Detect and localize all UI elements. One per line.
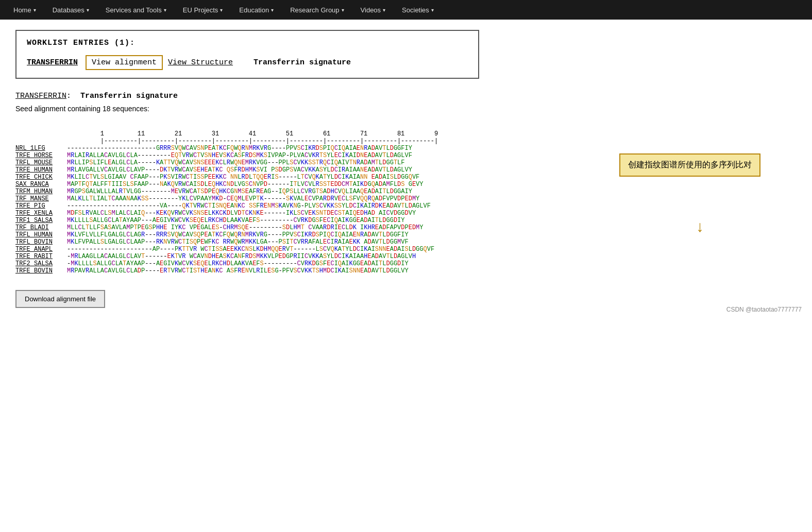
seq-name-label: TRF1 SALSA	[15, 217, 67, 224]
nav-research-group[interactable]: Research Group ▾	[282, 0, 352, 20]
navbar: Home ▾ Databases ▾ Services and Tools ▾ …	[0, 0, 812, 20]
table-row: TRFE ANAPL-----------------------AP----P…	[15, 246, 797, 253]
seq-name-label: TRFE RABIT	[15, 253, 67, 260]
entry-title: TRANSFERRIN: Transferrin signature	[15, 92, 797, 100]
seq-name-label: TRFL HUMAN	[15, 231, 67, 238]
videos-arrow-icon: ▾	[383, 7, 385, 13]
signature-label: Transferrin signature	[80, 92, 178, 100]
seq-data: MRLLIPSLIFLEALGLCLA-----KATTVQWCAVSNSEEE…	[67, 159, 404, 166]
table-row: SAX RANCAMAPTFQTALFFTIIISLSFAAP---NAKQVR…	[15, 181, 797, 188]
worklist-entry-name: TRANSFERRIN	[27, 58, 78, 67]
entry-name-label: TRANSFERRIN	[15, 92, 66, 100]
table-row: TRFE XENLAMDFSLRVALCLSMLALCLAIQ---KEKQVR…	[15, 210, 797, 217]
table-row: TRF2 SALSA-MKLLLLSALLGCLATAYAAP---AEGIVK…	[15, 260, 797, 267]
tooltip-arrow-icon: ↓	[696, 218, 704, 235]
seq-name-label: TRF MANSE	[15, 195, 67, 202]
table-row: TRF BLADIMLLCLTLLFSASAVLAMPTPEGSPHHE IYK…	[15, 224, 797, 231]
seq-data: ------------------------GRRRSVQWCAVSNPEA…	[67, 145, 412, 152]
worklist-row: TRANSFERRIN View alignment View Structur…	[27, 55, 468, 70]
view-alignment-button[interactable]: View alignment	[86, 55, 163, 70]
tooltip-box: 创建指纹图谱所使用的多序列比对	[619, 153, 760, 177]
seq-data: MAPTFQTALFFTIIISLSFAAP---NAKQVRWCAISDLEQ…	[67, 181, 424, 188]
seed-info: Seed alignment containing 18 sequences:	[15, 105, 797, 113]
seq-name-label: TRFM HUMAN	[15, 188, 67, 195]
colon: :	[66, 92, 71, 100]
nav-education[interactable]: Education ▾	[231, 0, 282, 20]
seq-name-label: TRFL BOVIN	[15, 238, 67, 246]
seq-name-label: TRFE XENLA	[15, 210, 67, 217]
seq-data: -MRLAAGLLACAALGLCLAVT------EKTVR WCAVNDH…	[67, 253, 416, 260]
seq-data: -MKLLLLSALLGCLATAYAAP---AEGIVKWCVKSEQELR…	[67, 260, 409, 267]
seq-name-label: TRFE HUMAN	[15, 166, 67, 174]
nav-eu-projects[interactable]: EU Projects ▾	[175, 0, 231, 20]
worklist-signature: Transferrin signature	[253, 58, 351, 67]
seq-data: MKLVFLVLLFLGALGLCLAGR---RRRSVQWCAVSQPEAT…	[67, 231, 409, 238]
seq-name-label: TRF2 SALSA	[15, 260, 67, 267]
download-alignment-button[interactable]: Download alignment file	[15, 290, 105, 308]
seq-data: -------------------------VA----QKTVRWCTI…	[67, 202, 431, 210]
download-section: Download alignment file	[15, 290, 797, 308]
table-row: TRFE BOVINMRPAVRALLACAVLGLCLADP----ERTVR…	[15, 267, 797, 274]
societies-arrow-icon: ▾	[431, 7, 434, 13]
seq-data: -----------------------AP----PKTTVR WCTI…	[67, 246, 434, 253]
seq-name-label: TRFE BOVIN	[15, 267, 67, 274]
seq-data: MKLLLLSALLGCLATAYAAP---AEGIVKWCVKSEQELRK…	[67, 217, 404, 224]
tooltip-text: 创建指纹图谱所使用的多序列比对	[628, 160, 752, 169]
seq-data: MKLFVPALLSLGALGLCLAAP---RKNVRWCTISQPEWFK…	[67, 238, 409, 246]
seq-name-label: TRFE ANAPL	[15, 246, 67, 253]
table-row: TRFL BOVINMKLFVPALLSLGALGLCLAAP---RKNVRW…	[15, 238, 797, 246]
seq-data: MRGPSGALWLLLALRTVLGG--------MEVRWCATSDPE…	[67, 188, 412, 195]
seq-name-label: TRFL MOUSE	[15, 159, 67, 166]
table-row: TRFL HUMANMKLVFLVLLFLGALGLCLAGR---RRRSVQ…	[15, 231, 797, 238]
seq-data: MRPAVRALLACAVLGLCLADP----ERTVRWCTISTHEAN…	[67, 267, 409, 274]
worklist-box: WORKLIST ENTRIES (1): TRANSFERRIN View a…	[15, 30, 479, 79]
seq-name-label: TRFE CHICK	[15, 174, 67, 181]
worklist-title: WORKLIST ENTRIES (1):	[27, 39, 468, 47]
alignment-area: 1 11 21 31 41 51 61 71 81 9 |---------|-…	[15, 123, 797, 274]
seq-name-label: TRF BLADI	[15, 224, 67, 231]
nav-databases[interactable]: Databases ▾	[44, 0, 97, 20]
education-arrow-icon: ▾	[271, 7, 274, 13]
nav-societies[interactable]: Societies ▾	[394, 0, 442, 20]
services-arrow-icon: ▾	[164, 7, 166, 13]
research-arrow-icon: ▾	[342, 7, 344, 13]
info-section: TRANSFERRIN: Transferrin signature Seed …	[15, 92, 797, 113]
seq-data: MKLILCTVLSLGIAAV CFAAP---PKSVIRWCTISSPEE…	[67, 174, 419, 181]
seq-name-label: NRL 1LFG	[15, 145, 67, 152]
nav-services-tools[interactable]: Services and Tools ▾	[97, 0, 175, 20]
table-row: TRFE RABIT-MRLAAGLLACAALGLCLAVT------EKT…	[15, 253, 797, 260]
seq-data: MRLAVGALLVCAVLGLCLAVP----DKTVRWCAVSEHEAT…	[67, 166, 412, 174]
table-row: TRF MANSEMALKLLTLIALTCAAANAAKSS--------Y…	[15, 195, 797, 202]
eu-arrow-icon: ▾	[220, 7, 223, 13]
table-row: TRFM HUMANMRGPSGALWLLLALRTVLGG--------ME…	[15, 188, 797, 195]
watermark: CSDN @taotaotao7777777	[726, 306, 802, 313]
alignment-numbers: 1 11 21 31 41 51 61 71 81 9	[67, 123, 797, 138]
table-row: TRFE PIG-------------------------VA----Q…	[15, 202, 797, 210]
seq-data: MALKLLTLIALTCAAANAAKSS--------YKLCVPAAYM…	[67, 195, 419, 202]
table-row: TRF1 SALSAMKLLLLSALLGCLATAYAAP---AEGIVKW…	[15, 217, 797, 224]
seq-data: MLLCLTLLFSASAVLAMPTPEGSPHHE IYKC VPEGALE…	[67, 224, 424, 231]
seq-data: MDFSLRVALCLSMLALCLAIQ---KEKQVRWCVKSNSELK…	[67, 210, 416, 217]
table-row: NRL 1LFG------------------------GRRRSVQW…	[15, 145, 797, 152]
nav-videos[interactable]: Videos ▾	[352, 0, 394, 20]
home-arrow-icon: ▾	[33, 7, 36, 13]
seq-name-label: TRFE PIG	[15, 202, 67, 210]
nav-home[interactable]: Home ▾	[5, 0, 44, 20]
seq-name-label: TRFE HORSE	[15, 152, 67, 159]
main-content: WORKLIST ENTRIES (1): TRANSFERRIN View a…	[0, 20, 812, 318]
seq-name-label: SAX RANCA	[15, 181, 67, 188]
view-structure-button[interactable]: View Structure	[168, 58, 233, 67]
alignment-ruler: |---------|---------|---------|---------…	[67, 138, 797, 145]
seq-data: MRLAIRALLACAVLGLCLA---------EQTVRWCTVSNH…	[67, 152, 412, 159]
databases-arrow-icon: ▾	[87, 7, 89, 13]
